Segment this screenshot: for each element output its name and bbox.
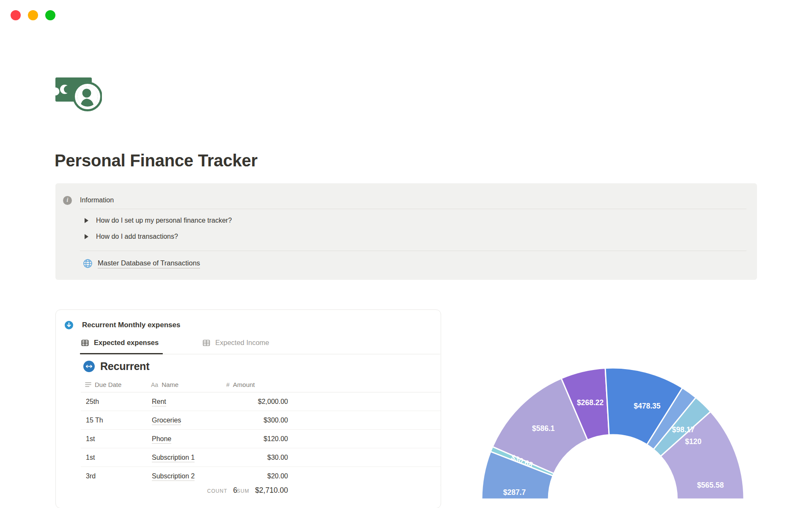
expenses-table: Due Date Aa Name # Amount 25th Rent $2,0…: [81, 378, 441, 486]
tab-expected-income[interactable]: Expected Income: [202, 339, 269, 354]
name-cell[interactable]: Groceries: [152, 417, 181, 424]
card-header[interactable]: Recurrent Monthly expenses: [65, 321, 180, 329]
column-header-due-date[interactable]: Due Date: [85, 381, 121, 388]
due-date-cell[interactable]: 15 Th: [86, 417, 103, 424]
amount-cell[interactable]: $120.00: [187, 435, 288, 443]
tab-expected-expenses[interactable]: Expected expenses: [81, 339, 159, 354]
toggle-triangle-icon[interactable]: [85, 234, 88, 239]
donut-segment-label: $120: [685, 437, 702, 446]
name-cell[interactable]: Phone: [152, 435, 171, 443]
number-hash-icon: #: [226, 381, 230, 388]
recurrent-expenses-card: Recurrent Monthly expenses Expected expe…: [55, 309, 441, 508]
table-row[interactable]: 25th Rent $2,000.00: [81, 392, 441, 411]
callout-title: Information: [80, 196, 114, 204]
donut-segment-label: $287.7: [503, 488, 526, 497]
due-date-cell[interactable]: 3rd: [86, 472, 96, 480]
callout-divider: [80, 251, 746, 251]
page-title: Personal Finance Tracker: [55, 151, 258, 170]
footer-sum[interactable]: SUM $2,710.00: [187, 486, 288, 495]
table-header-row: Due Date Aa Name # Amount: [81, 378, 441, 392]
recurrent-arrows-circle-icon: [83, 361, 95, 372]
column-header-amount[interactable]: # Amount: [226, 381, 255, 388]
amount-cell[interactable]: $300.00: [187, 417, 288, 424]
table-view-icon: [202, 339, 211, 347]
callout-divider: [80, 209, 746, 209]
page-icon-money[interactable]: [55, 77, 102, 112]
select-list-icon: [85, 382, 91, 387]
column-header-name[interactable]: Aa Name: [151, 381, 178, 388]
donut-segment-label: $565.58: [697, 481, 724, 489]
toggle-triangle-icon[interactable]: [85, 218, 88, 223]
personal-finance-tracker-window: { "window": { "traffic_lights": ["#FE404…: [0, 0, 812, 508]
donut-segment-label: $98.17: [672, 425, 695, 434]
view-tabs: Expected expenses Expected Income: [80, 339, 441, 354]
title-aa-icon: Aa: [151, 381, 158, 388]
globe-icon: [83, 259, 93, 268]
recurrent-section-heading[interactable]: Recurrent: [83, 360, 149, 373]
arrow-down-circle-icon: [65, 321, 73, 329]
recurrent-section-title: Recurrent: [100, 360, 149, 373]
master-database-link[interactable]: Master Database of Transactions: [83, 259, 200, 268]
info-icon: i: [63, 196, 72, 205]
name-cell[interactable]: Rent: [152, 398, 166, 406]
amount-cell[interactable]: $20.00: [187, 472, 288, 480]
master-database-link-label[interactable]: Master Database of Transactions: [98, 259, 200, 268]
due-date-cell[interactable]: 1st: [86, 454, 95, 461]
due-date-cell[interactable]: 1st: [86, 435, 95, 443]
card-title: Recurrent Monthly expenses: [82, 321, 180, 329]
table-view-icon: [81, 339, 89, 347]
toggle-add-transactions-question[interactable]: How do I add transactions?: [85, 232, 178, 242]
table-row[interactable]: 1st Phone $120.00: [81, 430, 441, 448]
window-controls: [11, 10, 55, 20]
expenses-donut-chart[interactable]: $287.7$30.68$586.1$268.22$478.35$98.17$1…: [465, 363, 762, 508]
table-row[interactable]: 1st Subscription 1 $30.00: [81, 448, 441, 467]
toggle-setup-question[interactable]: How do I set up my personal finance trac…: [85, 215, 232, 226]
donut-segment-label: $478.35: [634, 402, 661, 410]
due-date-cell[interactable]: 25th: [86, 398, 99, 406]
minimize-window-button[interactable]: [28, 10, 38, 20]
donut-segment-label: $586.1: [532, 424, 555, 433]
table-row[interactable]: 15 Th Groceries $300.00: [81, 411, 441, 430]
table-footer: COUNT 6 SUM $2,710.00: [56, 482, 440, 508]
zoom-window-button[interactable]: [45, 10, 55, 20]
money-banknote-coin-icon: [55, 77, 102, 112]
amount-cell[interactable]: $30.00: [187, 454, 288, 461]
information-callout: i Information How do I set up my persona…: [55, 183, 757, 280]
amount-cell[interactable]: $2,000.00: [187, 398, 288, 406]
donut-segment-label: $268.22: [577, 398, 604, 407]
close-window-button[interactable]: [11, 10, 21, 20]
